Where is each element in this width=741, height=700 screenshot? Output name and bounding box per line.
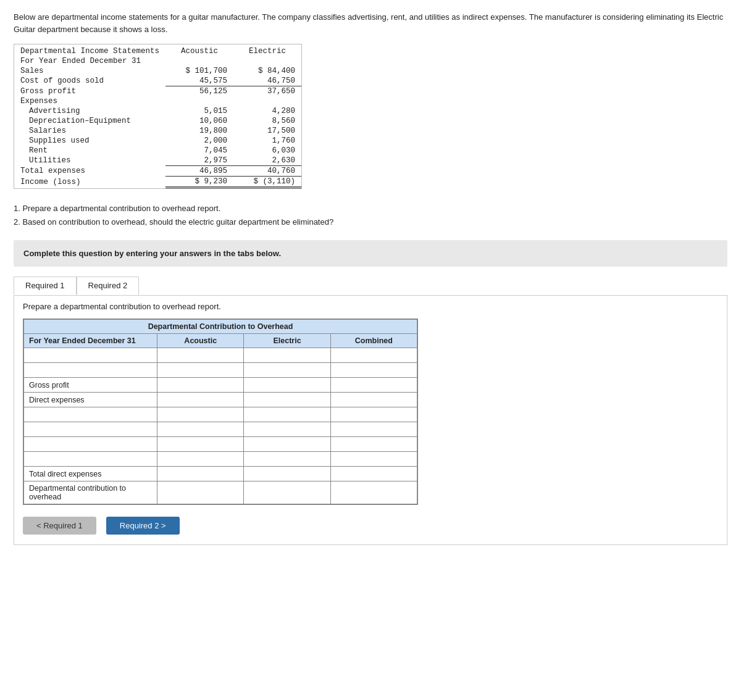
row-input-combined[interactable] xyxy=(330,467,417,481)
row-input-acoustic[interactable] xyxy=(157,422,244,437)
input-acoustic-r8[interactable] xyxy=(162,455,238,464)
tab-required-1[interactable]: Required 1 xyxy=(14,277,77,295)
row-input-acoustic[interactable] xyxy=(157,363,244,378)
input-acoustic-total[interactable] xyxy=(162,470,238,478)
input-combined-r1[interactable] xyxy=(336,351,412,360)
input-combined-gross[interactable] xyxy=(336,381,412,390)
table-row xyxy=(24,452,417,467)
row-input-acoustic[interactable] xyxy=(157,481,244,504)
table-row xyxy=(24,348,417,363)
input-electric-r8[interactable] xyxy=(249,455,325,464)
input-combined-r6[interactable] xyxy=(336,425,412,434)
row-input-combined[interactable] xyxy=(330,437,417,452)
row-input-electric[interactable] xyxy=(244,467,330,481)
contribution-subheader-row: For Year Ended December 31 Acoustic Elec… xyxy=(24,334,417,348)
row-label: Salaries xyxy=(14,126,165,136)
row-acoustic: 46,895 xyxy=(165,166,233,177)
next-button[interactable]: Required 2 > xyxy=(106,517,180,535)
row-input-combined[interactable] xyxy=(330,452,417,467)
row-input-acoustic xyxy=(157,393,244,407)
input-electric-total[interactable] xyxy=(249,470,325,478)
row-input-acoustic[interactable] xyxy=(157,437,244,452)
income-subtitle: For Year Ended December 31 xyxy=(14,56,165,66)
table-row: Utilities 2,975 2,630 xyxy=(14,156,301,166)
tab-content-area: Prepare a departmental contribution to o… xyxy=(14,295,727,545)
table-row: Supplies used 2,000 1,760 xyxy=(14,136,301,146)
row-input-electric[interactable] xyxy=(244,437,330,452)
nav-buttons: < Required 1 Required 2 > xyxy=(23,517,718,535)
row-label: Utilities xyxy=(14,156,165,166)
row-input-combined[interactable] xyxy=(330,481,417,504)
input-electric-r5[interactable] xyxy=(249,410,325,419)
income-statement-wrapper: Departmental Income Statements Acoustic … xyxy=(14,44,302,189)
income-statement-table: Departmental Income Statements Acoustic … xyxy=(14,44,301,188)
table-row xyxy=(24,407,417,422)
input-combined-dept[interactable] xyxy=(336,488,412,497)
input-electric-r6[interactable] xyxy=(249,425,325,434)
row-acoustic: 7,045 xyxy=(165,146,233,156)
table-row: Rent 7,045 6,030 xyxy=(14,146,301,156)
row-label: Gross profit xyxy=(14,86,165,97)
row-input-electric[interactable] xyxy=(244,363,330,378)
input-electric-r7[interactable] xyxy=(249,440,325,449)
input-electric-r1[interactable] xyxy=(249,351,325,360)
table-row xyxy=(24,363,417,378)
input-combined-r2[interactable] xyxy=(336,366,412,375)
row-electric: $ 84,400 xyxy=(233,66,301,76)
row-input-electric[interactable] xyxy=(244,348,330,363)
row-input-acoustic[interactable] xyxy=(157,407,244,422)
input-combined-total[interactable] xyxy=(336,470,412,478)
input-electric-dept[interactable] xyxy=(249,488,325,497)
input-electric-gross[interactable] xyxy=(249,381,325,390)
input-acoustic-r7[interactable] xyxy=(162,440,238,449)
dept-contribution-label: Departmental contribution to overhead xyxy=(24,481,157,504)
input-combined-r7[interactable] xyxy=(336,440,412,449)
table-row: Sales $ 101,700 $ 84,400 xyxy=(14,66,301,76)
row-input-electric[interactable] xyxy=(244,481,330,504)
row-label: Depreciation–Equipment xyxy=(14,116,165,126)
row-input-electric[interactable] xyxy=(244,378,330,393)
row-input-combined[interactable] xyxy=(330,363,417,378)
row-input-combined[interactable] xyxy=(330,407,417,422)
row-acoustic: 5,015 xyxy=(165,106,233,116)
income-subheader-row: For Year Ended December 31 xyxy=(14,56,301,66)
input-acoustic-r5[interactable] xyxy=(162,410,238,419)
row-label xyxy=(24,348,157,363)
row-label: Sales xyxy=(14,66,165,76)
input-acoustic-r1[interactable] xyxy=(162,351,238,360)
row-input-combined[interactable] xyxy=(330,422,417,437)
input-acoustic-dept[interactable] xyxy=(162,488,238,497)
row-input-acoustic[interactable] xyxy=(157,467,244,481)
input-acoustic-r6[interactable] xyxy=(162,425,238,434)
table-row xyxy=(24,422,417,437)
input-acoustic-r2[interactable] xyxy=(162,366,238,375)
row-input-acoustic[interactable] xyxy=(157,452,244,467)
row-electric: 40,760 xyxy=(233,166,301,177)
contribution-table: Departmental Contribution to Overhead Fo… xyxy=(23,319,417,504)
row-label: Cost of goods sold xyxy=(14,76,165,86)
row-input-electric[interactable] xyxy=(244,407,330,422)
row-input-acoustic[interactable] xyxy=(157,378,244,393)
row-input-acoustic[interactable] xyxy=(157,348,244,363)
total-direct-label: Total direct expenses xyxy=(24,467,157,481)
table-row: Gross profit 56,125 37,650 xyxy=(14,86,301,97)
tab-required-2[interactable]: Required 2 xyxy=(77,277,140,295)
row-electric: 6,030 xyxy=(233,146,301,156)
row-input-electric[interactable] xyxy=(244,422,330,437)
row-input-combined[interactable] xyxy=(330,348,417,363)
row-electric: 2,630 xyxy=(233,156,301,166)
input-combined-r8[interactable] xyxy=(336,455,412,464)
input-acoustic-gross[interactable] xyxy=(162,381,238,390)
input-electric-r2[interactable] xyxy=(249,366,325,375)
table-row: Total expenses 46,895 40,760 xyxy=(14,166,301,177)
row-input-combined[interactable] xyxy=(330,378,417,393)
row-label: Advertising xyxy=(14,106,165,116)
prev-button[interactable]: < Required 1 xyxy=(23,517,96,535)
row-input-electric[interactable] xyxy=(244,452,330,467)
complete-question-box: Complete this question by entering your … xyxy=(14,240,727,267)
row-acoustic: 45,575 xyxy=(165,76,233,86)
contribution-header-label: For Year Ended December 31 xyxy=(24,334,157,348)
input-combined-r5[interactable] xyxy=(336,410,412,419)
row-electric: 46,750 xyxy=(233,76,301,86)
row-electric: 8,560 xyxy=(233,116,301,126)
